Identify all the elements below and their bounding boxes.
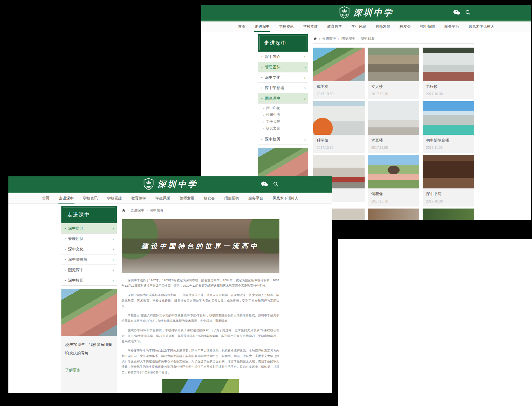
nav-item-column[interactable]: 凤凰木下话树人 xyxy=(272,193,299,204)
nav-item-admissions[interactable]: 招生招聘 xyxy=(420,21,436,32)
sidebar-subitem-label: 深中印象 xyxy=(266,106,280,111)
nav-item-home[interactable]: 首页 xyxy=(42,193,50,204)
search-icon[interactable] xyxy=(273,181,278,187)
nav-item-about[interactable]: 走进深中 xyxy=(58,193,74,204)
chevron-right-icon: › xyxy=(112,257,114,262)
nav-item-party[interactable]: 学校党建 xyxy=(303,21,319,32)
crumb-sep: › xyxy=(319,37,320,41)
crumb-impressions[interactable]: 深中印象 xyxy=(361,37,375,41)
gallery-card-partial[interactable] xyxy=(368,209,419,220)
intro-article: 深圳中学创办于1947年。1983年6月被定为深圳市唯一的省重点中学，2004年… xyxy=(122,278,279,375)
sidebar-item-honors[interactable]: • 深中荣誉墙 › xyxy=(258,83,308,93)
sidebar-subitem-impressions[interactable]: › 深中印象 xyxy=(258,105,308,112)
paragraph: 深圳中学创办于1947年。1983年6月被定为深圳市唯一的省重点中学，2004年… xyxy=(122,278,279,288)
nav-item-alumni[interactable]: 校友会 xyxy=(399,21,412,32)
banner-caption-band: 建设中国特色的世界一流高中 xyxy=(122,239,279,254)
sidebar-item-label: 深中荣誉墙 xyxy=(265,85,284,91)
nav-item-teachers[interactable]: 教师发展 xyxy=(375,21,391,32)
crumb-photos[interactable]: 图览深中 xyxy=(341,37,356,41)
chevron-right-icon: › xyxy=(112,247,114,251)
nav-item-teaching[interactable]: 教育教学 xyxy=(327,21,343,32)
sidebar-item-intro[interactable]: • 深中简介 › xyxy=(258,52,308,62)
nav-item-party[interactable]: 学校党建 xyxy=(107,193,123,204)
sidebar-subitem-campus-life[interactable]: › 校园生活 xyxy=(258,112,308,118)
chevron-right-icon: › xyxy=(112,268,114,272)
search-icon[interactable] xyxy=(465,10,471,15)
card-date: 2017.10.30 xyxy=(317,92,361,96)
composition-canvas: 深圳中学 xyxy=(0,0,532,406)
building-photo xyxy=(423,101,474,135)
crumb-sep: › xyxy=(127,209,128,212)
about-page-window: 深圳中学 xyxy=(8,176,332,393)
sidebar-item-label: 图览深中 xyxy=(68,268,84,273)
card-date: 2017.11.06 xyxy=(371,146,416,150)
chevron-right-icon: › xyxy=(263,120,264,124)
gallery-card[interactable]: 立人楼 2017.10.30 xyxy=(368,48,419,99)
crumb-sep: › xyxy=(358,37,359,41)
gallery-card-partial[interactable] xyxy=(423,209,474,220)
nav-item-column[interactable]: 凤凰木下话树人 xyxy=(468,21,495,32)
nav-item-about[interactable]: 走进深中 xyxy=(254,21,270,32)
sidebar-subitem-alumni-window[interactable]: › 校友之窗 xyxy=(258,125,308,132)
widget-caption: 校庆70周年，我校管乐团奏响欢庆的号角 xyxy=(65,341,113,358)
nav-item-services[interactable]: 服务平台 xyxy=(248,193,264,204)
campus-trees-photo xyxy=(162,379,239,393)
card-title: 科学馆 xyxy=(317,138,361,143)
home-icon[interactable] xyxy=(313,37,317,41)
gallery-card[interactable]: 深中书院 2017.10.30 xyxy=(423,155,474,207)
main-nav: 首页 走进深中 学校资讯 学校党建 教育教学 学生风采 教师发展 校友会 招生招… xyxy=(8,193,332,204)
sidebar-item-calendar[interactable]: • 深中校历 › xyxy=(258,134,308,144)
widget-photo[interactable] xyxy=(61,289,117,336)
crumb-about[interactable]: 走进深中 xyxy=(322,37,336,41)
sidebar-item-label: 图览深中 xyxy=(265,96,280,101)
breadcrumb: › 走进深中 › 图览深中 › 深中印象 xyxy=(313,34,474,44)
site-header: 深圳中学 xyxy=(8,176,332,193)
gallery-card[interactable]: 科学馆 2017.10.30 xyxy=(313,101,365,153)
nav-item-admissions[interactable]: 招生招聘 xyxy=(224,193,240,204)
sidebar-item-team[interactable]: • 管理团队 › xyxy=(61,234,117,244)
crumb-sep: › xyxy=(147,209,148,212)
nav-item-teaching[interactable]: 教育教学 xyxy=(131,193,147,204)
intro-banner-image: 建设中国特色的世界一流高中 xyxy=(122,219,279,273)
nav-item-teachers[interactable]: 教师发展 xyxy=(179,193,195,204)
sidebar-item-label: 深中文化 xyxy=(265,75,280,80)
home-icon[interactable] xyxy=(122,209,125,212)
gallery-card[interactable]: 求真楼 2017.11.06 xyxy=(368,101,419,153)
sidebar-item-culture[interactable]: • 深中文化 › xyxy=(61,244,117,254)
nav-item-news[interactable]: 学校资讯 xyxy=(83,193,99,204)
card-date: 2017.10.30 xyxy=(371,92,416,96)
nav-item-services[interactable]: 服务平台 xyxy=(444,21,460,32)
chevron-right-icon: › xyxy=(304,75,306,80)
sidebar-item-calendar[interactable]: • 深中校历 › xyxy=(61,275,117,286)
nav-item-news[interactable]: 学校资讯 xyxy=(278,21,295,32)
gallery-card[interactable]: 初中部综合楼 2017.11.06 xyxy=(423,101,474,153)
nav-item-students[interactable]: 学生风采 xyxy=(351,21,367,32)
card-date: 2017.10.30 xyxy=(426,92,471,96)
card-title: 初中部综合楼 xyxy=(426,138,471,143)
sidebar-item-culture[interactable]: • 深中文化 › xyxy=(258,72,308,83)
school-logo[interactable]: 深圳中学 xyxy=(339,6,394,19)
sidebar-item-photos[interactable]: • 图览深中 › xyxy=(258,93,308,104)
gallery-card[interactable]: 力行楼 2017.10.30 xyxy=(423,48,474,99)
sidebar-item-team[interactable]: • 管理团队 › xyxy=(258,62,308,72)
school-logo[interactable]: 深圳中学 xyxy=(143,178,198,190)
learn-more-link[interactable]: 了解更多 xyxy=(65,368,81,373)
nav-item-students[interactable]: 学生风采 xyxy=(155,193,171,204)
gallery-card[interactable]: 铜塑像 2017.10.30 xyxy=(368,155,419,207)
sidebar-item-photos[interactable]: • 图览深中 › xyxy=(61,265,117,275)
building-photo xyxy=(368,209,419,220)
sidebar-subitem-student-honors[interactable]: › 学子荣誉 xyxy=(258,118,308,125)
sidebar-item-intro[interactable]: • 深中简介 › xyxy=(61,223,117,234)
wechat-icon[interactable] xyxy=(453,10,460,15)
wechat-icon[interactable] xyxy=(261,181,268,187)
crumb-intro[interactable]: 深中简介 xyxy=(150,208,164,213)
nav-item-alumni[interactable]: 校友会 xyxy=(203,193,216,204)
nav-item-home[interactable]: 首页 xyxy=(237,21,246,32)
card-title: 立人楼 xyxy=(371,84,416,89)
crumb-about[interactable]: 走进深中 xyxy=(130,208,145,213)
chevron-right-icon: › xyxy=(263,113,264,117)
gallery-card[interactable]: 成美楼 2017.10.30 xyxy=(313,48,365,99)
sidebar-title: 走进深中 xyxy=(258,34,308,52)
sidebar-item-honors[interactable]: • 深中荣誉墙 › xyxy=(61,254,117,265)
chevron-right-icon: › xyxy=(112,278,114,283)
